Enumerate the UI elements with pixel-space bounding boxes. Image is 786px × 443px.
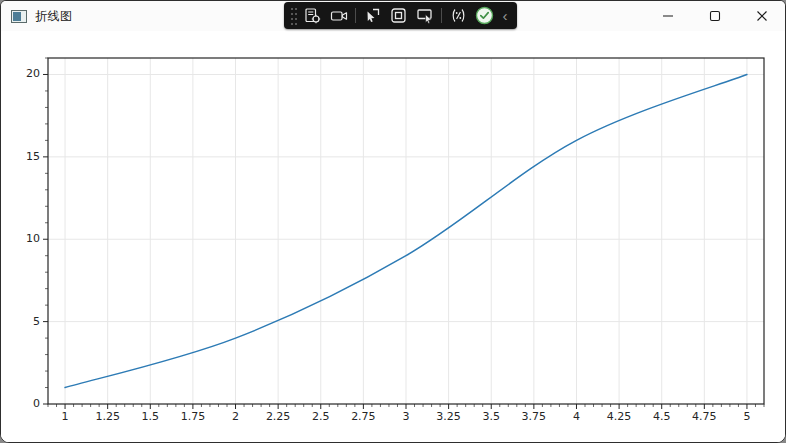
confirm-check-icon bbox=[475, 6, 494, 25]
svg-text:4.5: 4.5 bbox=[653, 410, 671, 423]
confirm-check-button[interactable] bbox=[472, 4, 497, 27]
capture-toolbar: ‹ bbox=[284, 2, 517, 29]
svg-text:20: 20 bbox=[26, 67, 40, 80]
toolbar-separator bbox=[441, 8, 442, 23]
svg-text:15: 15 bbox=[26, 150, 40, 163]
select-element-rect-icon bbox=[416, 7, 434, 24]
svg-text:1: 1 bbox=[62, 410, 69, 423]
pick-element-button[interactable] bbox=[300, 4, 325, 27]
variable-code-button[interactable] bbox=[446, 4, 471, 27]
app-icon bbox=[11, 10, 27, 23]
maximize-icon bbox=[709, 10, 721, 22]
drag-handle-icon bbox=[290, 7, 298, 25]
svg-text:2.25: 2.25 bbox=[266, 410, 291, 423]
screenshot-root: 折线图 bbox=[0, 0, 786, 443]
svg-text:5: 5 bbox=[743, 410, 750, 423]
svg-text:2.75: 2.75 bbox=[351, 410, 376, 423]
toolbar-drag-handle[interactable] bbox=[289, 6, 299, 26]
svg-text:10: 10 bbox=[26, 232, 40, 245]
select-element-rect-button[interactable] bbox=[412, 4, 437, 27]
maximize-button[interactable] bbox=[691, 1, 738, 31]
select-pointer-icon bbox=[364, 7, 381, 24]
close-button[interactable] bbox=[738, 1, 785, 31]
minimize-icon bbox=[662, 10, 674, 22]
minimize-button[interactable] bbox=[644, 1, 691, 31]
svg-text:2: 2 bbox=[232, 410, 239, 423]
svg-text:3.75: 3.75 bbox=[522, 410, 547, 423]
svg-text:1.75: 1.75 bbox=[181, 410, 206, 423]
chart-canvas: 11.251.51.7522.252.52.7533.253.53.7544.2… bbox=[1, 31, 785, 442]
record-screen-button[interactable] bbox=[326, 4, 351, 27]
select-region-button[interactable] bbox=[386, 4, 411, 27]
record-screen-icon bbox=[330, 8, 348, 24]
svg-text:3: 3 bbox=[403, 410, 410, 423]
svg-text:1.5: 1.5 bbox=[142, 410, 160, 423]
line-chart: 11.251.51.7522.252.52.7533.253.53.7544.2… bbox=[1, 31, 786, 443]
svg-text:4: 4 bbox=[573, 410, 580, 423]
toolbar-separator bbox=[355, 8, 356, 23]
collapse-toolbar-button[interactable]: ‹ bbox=[498, 8, 512, 23]
app-window: 折线图 bbox=[0, 0, 786, 443]
window-title: 折线图 bbox=[35, 8, 73, 25]
svg-text:2.5: 2.5 bbox=[312, 410, 330, 423]
figure-background bbox=[1, 31, 786, 443]
window-controls bbox=[644, 1, 785, 31]
select-pointer-button[interactable] bbox=[360, 4, 385, 27]
svg-text:4.25: 4.25 bbox=[607, 410, 632, 423]
svg-text:5: 5 bbox=[33, 315, 40, 328]
svg-text:1.25: 1.25 bbox=[95, 410, 120, 423]
svg-text:3.5: 3.5 bbox=[482, 410, 500, 423]
collapse-chevron-icon: ‹ bbox=[503, 7, 508, 24]
pick-element-icon bbox=[304, 7, 321, 24]
variable-code-icon bbox=[450, 7, 467, 24]
svg-text:4.75: 4.75 bbox=[692, 410, 717, 423]
close-icon bbox=[756, 10, 768, 22]
select-region-icon bbox=[390, 7, 407, 24]
svg-text:0: 0 bbox=[33, 397, 40, 410]
svg-text:3.25: 3.25 bbox=[436, 410, 461, 423]
